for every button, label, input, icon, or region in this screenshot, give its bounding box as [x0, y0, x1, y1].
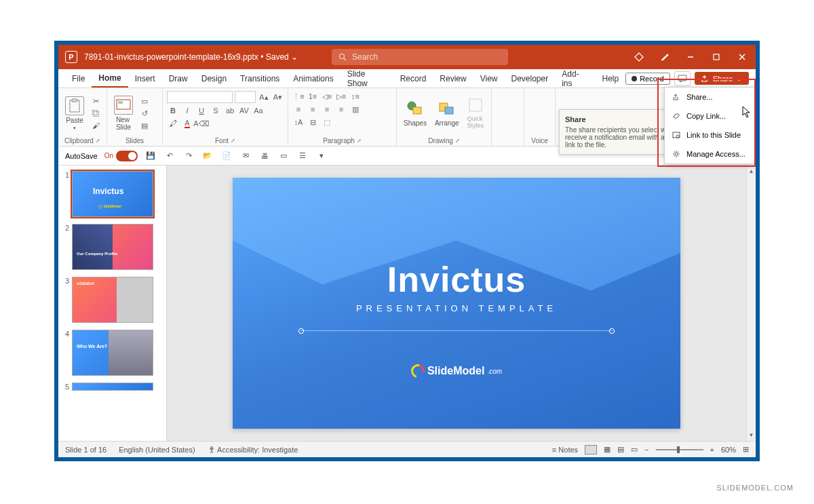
align-center-button[interactable]: ≡: [307, 104, 319, 115]
document-title[interactable]: 7891-01-invictus-powerpoint-template-16x…: [84, 52, 298, 62]
justify-button[interactable]: ≡: [335, 104, 347, 115]
share-menu-link-slide[interactable]: Link to this Slide: [665, 125, 755, 144]
zoom-out-button[interactable]: −: [644, 446, 648, 454]
font-family-select[interactable]: [167, 91, 233, 103]
cut-button[interactable]: ✂: [90, 96, 102, 106]
record-button[interactable]: Record: [625, 73, 670, 85]
share-button[interactable]: Share ⌄: [695, 72, 749, 85]
thumbnail-1[interactable]: 1 Invictus◯ SlideModel: [61, 171, 163, 217]
slide-thumbnails-panel[interactable]: 1 Invictus◯ SlideModel 2 Our Company Pro…: [58, 166, 167, 441]
bullets-button[interactable]: ⋮≡: [292, 91, 305, 102]
current-slide[interactable]: Invictus PRESENTATION TEMPLATE SlideMode…: [233, 178, 680, 429]
italic-button[interactable]: I: [181, 105, 193, 116]
search-box[interactable]: Search: [332, 49, 508, 65]
increase-font-button[interactable]: A▴: [258, 92, 269, 102]
share-menu-manage-access[interactable]: Manage Access...: [665, 144, 755, 163]
shapes-button[interactable]: Shapes: [401, 99, 429, 128]
text-direction-button[interactable]: ↕A: [292, 117, 305, 128]
quick-styles-button[interactable]: Quick Styles: [465, 96, 487, 130]
qat-new-button[interactable]: 📄: [220, 150, 233, 162]
font-color-button[interactable]: A: [181, 118, 193, 129]
underline-button[interactable]: U: [195, 105, 208, 116]
arrange-button[interactable]: Arrange: [432, 99, 462, 128]
scrollbar-vertical[interactable]: ▲ ▼: [746, 166, 756, 441]
decrease-font-button[interactable]: A▾: [272, 92, 284, 102]
thumbnail-4[interactable]: 4 Who We Are?: [61, 330, 163, 376]
fit-button[interactable]: ⊞: [743, 445, 749, 454]
tab-developer[interactable]: Developer: [505, 69, 556, 88]
new-slide-button[interactable]: New Slide: [111, 94, 136, 132]
reading-view-button[interactable]: ▤: [617, 445, 624, 454]
reset-button[interactable]: ↺: [138, 108, 151, 119]
qat-print-button[interactable]: 🖶: [258, 150, 271, 162]
spacing-button[interactable]: AV: [238, 105, 250, 116]
minimize-button[interactable]: [684, 50, 697, 64]
diamond-icon[interactable]: [632, 50, 646, 64]
numbering-button[interactable]: 1≡: [307, 91, 319, 102]
qat-touch-button[interactable]: ☰: [296, 150, 309, 162]
format-painter-button[interactable]: 🖌: [90, 120, 102, 131]
tab-insert[interactable]: Insert: [128, 69, 162, 88]
tab-home[interactable]: Home: [92, 69, 128, 88]
slide-editor[interactable]: Invictus PRESENTATION TEMPLATE SlideMode…: [167, 166, 746, 441]
tab-review[interactable]: Review: [433, 69, 473, 88]
tab-add-ins[interactable]: Add-ins: [555, 69, 595, 88]
qat-present-button[interactable]: ▭: [277, 150, 290, 162]
copy-button[interactable]: ⿻: [90, 108, 102, 119]
scroll-down-icon[interactable]: ▼: [749, 432, 754, 438]
tab-design[interactable]: Design: [195, 69, 233, 88]
clear-format-button[interactable]: A⌫: [195, 118, 208, 129]
zoom-level[interactable]: 60%: [721, 446, 736, 454]
sorter-view-button[interactable]: ▦: [604, 445, 610, 454]
tab-slide-show[interactable]: Slide Show: [341, 69, 393, 88]
thumbnail-2[interactable]: 2 Our Company Profile: [61, 224, 163, 270]
bold-button[interactable]: B: [167, 105, 179, 116]
maximize-button[interactable]: [710, 50, 723, 64]
save-button[interactable]: 💾: [144, 150, 157, 162]
thumbnail-5[interactable]: 5: [61, 383, 163, 391]
autosave-toggle[interactable]: [116, 151, 138, 161]
zoom-slider[interactable]: [656, 449, 703, 450]
share-menu-copy-link[interactable]: Copy Link...: [665, 106, 755, 125]
columns-button[interactable]: ▥: [349, 104, 362, 115]
indent-increase-button[interactable]: ▷≡: [335, 91, 347, 102]
close-button[interactable]: [735, 50, 749, 64]
share-menu-share[interactable]: Share...: [665, 88, 755, 106]
align-text-button[interactable]: ⊟: [307, 117, 319, 128]
zoom-in-button[interactable]: +: [710, 446, 714, 454]
strikethrough-button[interactable]: S: [210, 105, 222, 116]
pen-icon[interactable]: [658, 50, 672, 64]
highlight-button[interactable]: 🖍: [167, 118, 179, 129]
scroll-up-icon[interactable]: ▲: [749, 168, 754, 174]
qat-email-button[interactable]: ✉: [239, 150, 252, 162]
language-indicator[interactable]: English (United States): [119, 446, 195, 454]
qat-customize-button[interactable]: ▾: [315, 150, 328, 162]
redo-button[interactable]: ↷: [182, 150, 195, 162]
slideshow-view-button[interactable]: ▭: [631, 445, 638, 454]
notes-button[interactable]: ≡ Notes: [552, 446, 578, 454]
undo-button[interactable]: ↶: [163, 150, 176, 162]
align-right-button[interactable]: ≡: [321, 104, 333, 115]
comments-button[interactable]: [674, 71, 691, 86]
line-spacing-button[interactable]: ↕≡: [349, 91, 362, 102]
tab-help[interactable]: Help: [595, 69, 625, 88]
qat-open-button[interactable]: 📂: [201, 150, 214, 162]
layout-button[interactable]: ▭: [138, 96, 151, 106]
section-button[interactable]: ▤: [138, 120, 151, 131]
font-size-select[interactable]: [235, 91, 256, 103]
accessibility-indicator[interactable]: Accessibility: Investigate: [208, 446, 298, 454]
thumbnail-3[interactable]: 3 AGENDA: [61, 277, 163, 323]
tab-draw[interactable]: Draw: [162, 69, 195, 88]
shadow-button[interactable]: ab: [224, 105, 236, 116]
tab-file[interactable]: File: [65, 69, 92, 88]
paste-button[interactable]: Paste ▾: [62, 95, 87, 132]
tab-transitions[interactable]: Transitions: [233, 69, 286, 88]
case-button[interactable]: Aa: [252, 105, 265, 116]
tab-view[interactable]: View: [473, 69, 505, 88]
smartart-button[interactable]: ⬚: [321, 117, 333, 128]
align-left-button[interactable]: ≡: [292, 104, 305, 115]
tab-record[interactable]: Record: [393, 69, 433, 88]
normal-view-button[interactable]: [585, 445, 597, 454]
indent-decrease-button[interactable]: ◁≡: [321, 91, 333, 102]
slide-indicator[interactable]: Slide 1 of 16: [65, 446, 106, 454]
